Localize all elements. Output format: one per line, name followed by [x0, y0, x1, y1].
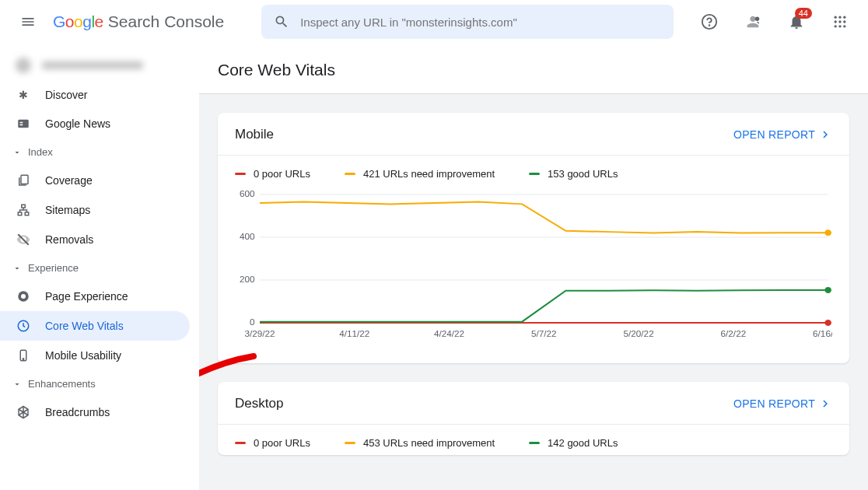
svg-text:600: 600	[240, 191, 255, 198]
sidebar-label: Google News	[45, 117, 110, 130]
sidebar-item-discover[interactable]: ✱ Discover	[0, 81, 190, 109]
mobile-card-title: Mobile	[235, 127, 274, 142]
help-button[interactable]	[694, 6, 725, 37]
section-label: Enhancements	[28, 378, 96, 390]
chevron-right-icon	[818, 397, 832, 411]
page-experience-icon	[16, 289, 31, 303]
mobile-icon	[16, 348, 31, 362]
search-icon	[274, 14, 289, 30]
svg-text:3/29/22: 3/29/22	[244, 329, 275, 338]
chevron-right-icon	[818, 128, 832, 142]
svg-point-8	[843, 20, 845, 23]
sidebar-item-coverage[interactable]: Coverage	[0, 166, 190, 195]
desktop-legend: 0 poor URLs 453 URLs need improvement 14…	[218, 425, 849, 455]
svg-rect-14	[20, 124, 23, 126]
menu-button[interactable]	[12, 6, 44, 37]
svg-point-39	[824, 320, 831, 326]
sitemaps-icon	[16, 203, 31, 217]
section-experience[interactable]: Experience	[0, 254, 199, 282]
discover-icon: ✱	[16, 89, 31, 101]
svg-point-23	[23, 359, 24, 360]
svg-point-4	[838, 16, 841, 19]
svg-point-6	[835, 20, 837, 23]
notifications-button[interactable]: 44	[781, 6, 812, 37]
svg-text:5/7/22: 5/7/22	[531, 329, 557, 338]
sidebar-item-removals[interactable]: Removals	[0, 225, 190, 254]
svg-point-7	[838, 20, 841, 23]
svg-text:400: 400	[240, 232, 255, 241]
mobile-chart: 02004006003/29/224/11/224/24/225/7/225/2…	[218, 186, 849, 363]
core-web-vitals-icon	[16, 319, 31, 333]
sidebar-item-google-news[interactable]: Google News	[0, 109, 190, 138]
svg-text:6/16/22: 6/16/22	[813, 329, 832, 338]
sidebar-label: Removals	[45, 233, 93, 246]
legend-need: 453 URLs need improvement	[345, 437, 495, 449]
users-button[interactable]	[737, 6, 768, 37]
mobile-legend: 0 poor URLs 421 URLs need improvement 15…	[218, 156, 849, 186]
svg-point-2	[755, 17, 760, 21]
svg-rect-12	[18, 120, 29, 128]
legend-good: 142 good URLs	[529, 437, 618, 449]
svg-rect-15	[21, 175, 28, 184]
svg-rect-17	[18, 212, 22, 215]
svg-point-10	[838, 25, 841, 27]
svg-point-1	[709, 25, 710, 26]
sidebar-label: Page Experience	[45, 290, 128, 303]
search-bar[interactable]	[261, 5, 674, 39]
svg-point-11	[843, 25, 845, 27]
open-report-label: OPEN REPORT	[733, 128, 815, 141]
sidebar: ✱ Discover Google News Index Coverage Si…	[0, 44, 199, 490]
sidebar-item-page-experience[interactable]: Page Experience	[0, 282, 190, 311]
legend-need: 421 URLs need improvement	[345, 168, 495, 180]
svg-point-3	[835, 16, 837, 19]
sidebar-label: Core Web Vitals	[45, 320, 124, 332]
chevron-down-icon	[12, 264, 22, 273]
coverage-icon	[16, 173, 31, 187]
sidebar-label: Mobile Usability	[45, 349, 121, 362]
page-title: Core Web Vitals	[199, 44, 868, 94]
sidebar-item-sitemaps[interactable]: Sitemaps	[0, 195, 190, 225]
section-label: Experience	[28, 262, 79, 274]
sidebar-item-mobile-usability[interactable]: Mobile Usability	[0, 341, 190, 370]
chevron-down-icon	[12, 148, 22, 157]
apps-button[interactable]	[824, 6, 856, 37]
open-report-button[interactable]: OPEN REPORT	[733, 397, 832, 411]
section-index[interactable]: Index	[0, 138, 199, 166]
svg-text:0: 0	[250, 317, 255, 327]
breadcrumbs-icon	[16, 405, 31, 419]
app-header: Google Search Console 44	[0, 0, 868, 44]
section-enhancements[interactable]: Enhancements	[0, 370, 199, 397]
sidebar-label: Breadcrumbs	[45, 406, 110, 418]
section-label: Index	[28, 146, 53, 158]
sidebar-item-core-web-vitals[interactable]: Core Web Vitals	[0, 311, 190, 341]
header-actions: 44	[694, 6, 856, 37]
sidebar-item-breadcrumbs[interactable]: Breadcrumbs	[0, 397, 190, 427]
svg-text:5/20/22: 5/20/22	[624, 329, 654, 338]
svg-point-40	[824, 229, 831, 236]
svg-rect-13	[20, 122, 23, 124]
open-report-label: OPEN REPORT	[733, 397, 815, 410]
svg-text:200: 200	[240, 275, 255, 284]
legend-poor: 0 poor URLs	[235, 437, 310, 449]
svg-rect-16	[22, 205, 26, 208]
svg-rect-18	[25, 212, 29, 215]
open-report-button[interactable]: OPEN REPORT	[733, 128, 832, 142]
svg-text:4/11/22: 4/11/22	[339, 329, 369, 338]
notification-badge: 44	[795, 8, 812, 19]
sidebar-label: Discover	[45, 89, 87, 101]
news-icon	[16, 117, 31, 131]
property-selector[interactable]	[0, 50, 199, 81]
svg-point-5	[843, 16, 845, 19]
desktop-card-title: Desktop	[235, 396, 283, 411]
product-name: Search Console	[108, 12, 224, 31]
svg-point-9	[835, 25, 837, 27]
svg-point-41	[824, 287, 831, 293]
desktop-card: Desktop OPEN REPORT 0 poor URLs 453 URLs…	[218, 382, 849, 455]
removals-icon	[16, 233, 31, 247]
svg-point-20	[21, 294, 26, 299]
search-input[interactable]	[300, 16, 661, 29]
legend-good: 153 good URLs	[529, 168, 618, 180]
svg-text:4/24/22: 4/24/22	[434, 329, 464, 338]
main-content: Core Web Vitals Mobile OPEN REPORT 0 poo…	[199, 44, 868, 490]
logo[interactable]: Google Search Console	[53, 12, 224, 31]
